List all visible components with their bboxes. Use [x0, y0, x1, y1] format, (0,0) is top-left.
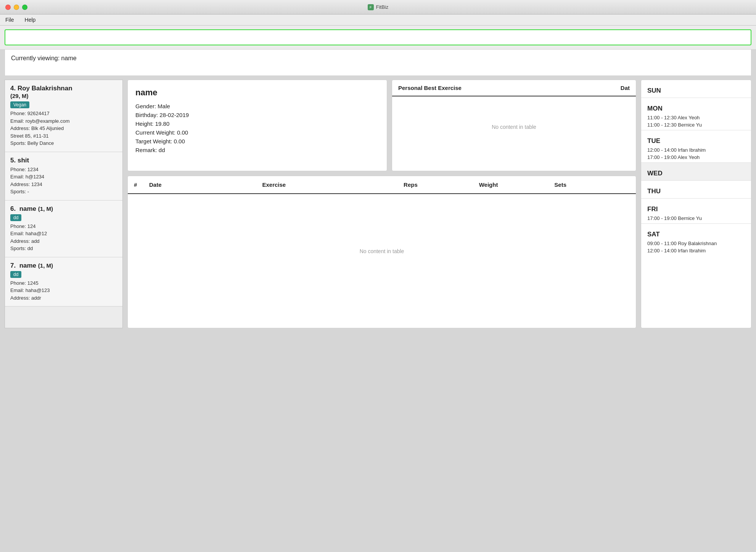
schedule-entry-sat-2: 12:00 - 14:00 Irfan Ibrahim	[647, 247, 745, 254]
schedule-day-name-sat: SAT	[647, 228, 745, 240]
top-cards: name Gender: Male Birthday: 28-02-2019 H…	[127, 80, 636, 171]
client-name-4: 4. Roy Balakrishnan (29, M)	[10, 85, 117, 100]
profile-height: Height: 19.80	[135, 120, 379, 127]
profile-target-weight: Target Weight: 0.00	[135, 138, 379, 144]
schedule-sidebar: SUN MON 11:00 - 12:30 Alex Yeoh 11:00 - …	[641, 80, 751, 328]
close-button[interactable]	[5, 5, 11, 10]
schedule-day-name-wed: WED	[647, 167, 745, 179]
pb-col-exercise-header: Personal Best Exercise	[398, 85, 599, 91]
menu-file[interactable]: File	[4, 16, 16, 24]
app-icon: F	[368, 4, 374, 10]
log-col-reps-header: Reps	[404, 181, 479, 188]
exercise-log-card: # Date Exercise Reps Weight Sets No cont…	[127, 176, 636, 328]
schedule-entry-mon-1: 11:00 - 12:30 Alex Yeoh	[647, 114, 745, 121]
client-name-7: 7. name (1, M)	[10, 262, 117, 270]
pb-empty-message: No content in table	[392, 96, 636, 157]
profile-card: name Gender: Male Birthday: 28-02-2019 H…	[127, 80, 387, 171]
client-tag-7: dd	[10, 271, 21, 278]
client-item-5[interactable]: 5. shit Phone: 1234 Email: h@1234 Addres…	[5, 152, 122, 201]
profile-name: name	[135, 88, 379, 98]
search-bar	[0, 26, 756, 49]
schedule-day-thu: THU	[641, 181, 751, 198]
client-list: 4. Roy Balakrishnan (29, M) Vegan Phone:…	[5, 80, 123, 328]
menu-help[interactable]: Help	[23, 16, 37, 24]
schedule-day-sun: SUN	[641, 80, 751, 98]
client-name-6: 6. name (1, M)	[10, 205, 117, 213]
schedule-entry-mon-2: 11:00 - 12:30 Bernice Yu	[647, 121, 745, 128]
client-details-6: Phone: 124 Email: haha@12 Address: add S…	[10, 223, 117, 252]
client-tag-6: dd	[10, 214, 21, 221]
schedule-entry-tue-1: 12:00 - 14:00 Irfan Ibrahim	[647, 146, 745, 154]
log-col-weight-header: Weight	[479, 181, 555, 188]
schedule-day-mon: MON 11:00 - 12:30 Alex Yeoh 11:00 - 12:3…	[641, 98, 751, 130]
pb-header: Personal Best Exercise Dat	[392, 80, 636, 96]
schedule-day-fri: FRI 17:00 - 19:00 Bernice Yu	[641, 199, 751, 223]
profile-gender: Gender: Male	[135, 103, 379, 109]
log-col-sets-header: Sets	[554, 181, 630, 188]
client-details-4: Phone: 92624417 Email: royb@example.com …	[10, 110, 117, 147]
title-bar: F FitBiz	[0, 0, 756, 14]
client-details-7: Phone: 1245 Email: haha@123 Address: add…	[10, 279, 117, 302]
schedule-entry-sat-1: 09:00 - 11:00 Roy Balakrishnan	[647, 240, 745, 247]
client-item-6[interactable]: 6. name (1, M) dd Phone: 124 Email: haha…	[5, 201, 122, 257]
schedule-day-name-fri: FRI	[647, 202, 745, 215]
log-col-num-header: #	[134, 181, 149, 188]
traffic-lights	[5, 5, 27, 10]
menu-bar: File Help	[0, 14, 756, 26]
schedule-day-name-tue: TUE	[647, 134, 745, 146]
personal-best-card: Personal Best Exercise Dat No content in…	[392, 80, 636, 171]
current-viewing-text: Currently viewing: name	[11, 55, 77, 61]
client-item-7[interactable]: 7. name (1, M) dd Phone: 1245 Email: hah…	[5, 257, 122, 307]
schedule-day-name-thu: THU	[647, 185, 745, 197]
log-empty-message: No content in table	[128, 194, 636, 308]
log-col-exercise-header: Exercise	[262, 181, 404, 188]
minimize-button[interactable]	[14, 5, 19, 10]
main-area: 4. Roy Balakrishnan (29, M) Vegan Phone:…	[0, 80, 756, 333]
app-name-label: FitBiz	[376, 4, 389, 10]
client-item-4[interactable]: 4. Roy Balakrishnan (29, M) Vegan Phone:…	[5, 80, 122, 152]
schedule-day-name-sun: SUN	[647, 84, 745, 96]
schedule-day-tue: TUE 12:00 - 14:00 Irfan Ibrahim 17:00 - …	[641, 130, 751, 162]
schedule-day-name-mon: MON	[647, 102, 745, 114]
client-details-5: Phone: 1234 Email: h@1234 Address: 1234 …	[10, 166, 117, 196]
schedule-entry-fri-1: 17:00 - 19:00 Bernice Yu	[647, 215, 745, 222]
center-content: name Gender: Male Birthday: 28-02-2019 H…	[123, 80, 641, 328]
client-tag-4: Vegan	[10, 101, 29, 108]
profile-current-weight: Current Weight: 0.00	[135, 129, 379, 136]
maximize-button[interactable]	[22, 5, 27, 10]
profile-birthday: Birthday: 28-02-2019	[135, 112, 379, 118]
schedule-day-sat: SAT 09:00 - 11:00 Roy Balakrishnan 12:00…	[641, 224, 751, 256]
app-title: F FitBiz	[368, 4, 389, 10]
pb-col-date-header: Dat	[599, 85, 630, 91]
log-header: # Date Exercise Reps Weight Sets	[128, 176, 636, 194]
schedule-entry-tue-2: 17:00 - 19:00 Alex Yeoh	[647, 154, 745, 161]
client-name-5: 5. shit	[10, 157, 117, 164]
log-col-date-header: Date	[149, 181, 262, 188]
current-viewing-bar: Currently viewing: name	[5, 49, 751, 76]
search-input[interactable]	[5, 29, 751, 45]
schedule-day-wed: WED	[641, 163, 751, 180]
profile-remark: Remark: dd	[135, 147, 379, 153]
